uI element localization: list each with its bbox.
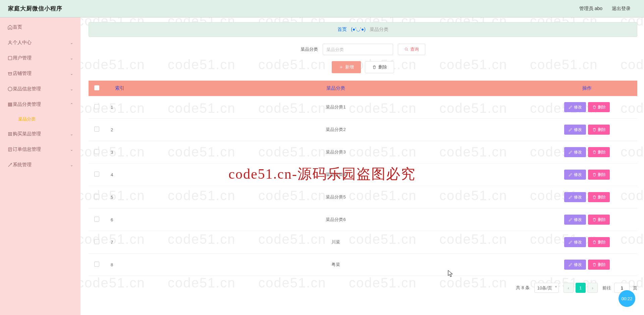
header-ops: 操作 xyxy=(537,81,637,96)
row-delete-button[interactable]: 删除 xyxy=(588,237,610,247)
header-index: 索引 xyxy=(105,81,135,96)
chevron-up-icon: ⌃ xyxy=(70,102,73,107)
chevron-down-icon: ⌄ xyxy=(70,132,73,136)
sidebar-item-label: 用户管理 xyxy=(13,55,32,61)
search-button[interactable]: 查询 xyxy=(398,44,425,55)
pager-next[interactable]: › xyxy=(588,283,598,293)
table-row: 8粤菜修改删除 xyxy=(89,254,637,276)
row-name: 菜品分类1 xyxy=(135,96,537,119)
sidebar-item-orders[interactable]: 订单信息管理 ⌄ xyxy=(0,142,80,157)
trash-icon xyxy=(592,172,597,177)
sidebar-item-system[interactable]: 系统管理 ⌄ xyxy=(0,157,80,173)
row-ops: 修改删除 xyxy=(537,164,637,186)
sidebar-item-dishes[interactable]: 菜品信息管理 ⌄ xyxy=(0,81,80,97)
breadcrumb-current: 菜品分类 xyxy=(370,27,388,32)
trash-icon xyxy=(372,65,377,70)
pager-page-1[interactable]: 1 xyxy=(576,283,586,293)
row-checkbox[interactable] xyxy=(94,127,99,132)
chevron-down-icon: ⌄ xyxy=(70,163,73,167)
filter-input[interactable] xyxy=(323,44,393,55)
row-checkbox[interactable] xyxy=(94,172,99,177)
trash-icon xyxy=(592,105,597,109)
pager-total: 共 8 条 xyxy=(516,285,529,291)
row-delete-button[interactable]: 删除 xyxy=(588,260,610,270)
row-ops: 修改删除 xyxy=(537,254,637,276)
breadcrumb: 首页 (●'◡'●) 菜品分类 xyxy=(89,22,637,37)
current-user[interactable]: 管理员 abo xyxy=(579,6,602,12)
header-checkbox xyxy=(89,81,105,96)
select-all-checkbox[interactable] xyxy=(94,85,99,90)
row-index: 1 xyxy=(105,96,135,119)
edit-button[interactable]: 修改 xyxy=(564,192,586,202)
row-delete-button[interactable]: 删除 xyxy=(588,125,610,135)
pager-goto: 前往 页 xyxy=(602,283,637,293)
svg-point-2 xyxy=(8,87,12,91)
breadcrumb-home[interactable]: 首页 xyxy=(337,27,347,32)
row-checkbox[interactable] xyxy=(94,217,99,222)
sidebar-item-home[interactable]: 首页 xyxy=(0,19,80,35)
sidebar-item-categories[interactable]: 菜品分类管理 ⌃ xyxy=(0,97,80,112)
row-ops: 修改删除 xyxy=(537,119,637,141)
table-row: 6菜品分类6修改删除 xyxy=(89,209,637,231)
table-row: 4菜品分类4修改删除 xyxy=(89,164,637,186)
edit-button[interactable]: 修改 xyxy=(564,125,586,135)
edit-button[interactable]: 修改 xyxy=(564,260,586,270)
trash-icon xyxy=(592,127,597,132)
add-button[interactable]: 新增 xyxy=(332,61,361,73)
edit-button[interactable]: 修改 xyxy=(564,215,586,225)
action-bar: 新增 删除 xyxy=(89,61,637,73)
breadcrumb-emoji: (●'◡'●) xyxy=(351,27,366,32)
row-delete-button[interactable]: 删除 xyxy=(588,102,610,112)
svg-rect-4 xyxy=(8,104,12,105)
row-checkbox[interactable] xyxy=(94,104,99,109)
pager-prev[interactable]: ‹ xyxy=(564,283,574,293)
edit-icon xyxy=(568,172,573,177)
row-delete-button[interactable]: 删除 xyxy=(588,192,610,202)
header-name: 菜品分类 xyxy=(135,81,537,96)
edit-button[interactable]: 修改 xyxy=(564,170,586,180)
row-index: 4 xyxy=(105,164,135,186)
edit-icon xyxy=(568,240,573,244)
row-ops: 修改删除 xyxy=(537,209,637,231)
edit-icon xyxy=(568,217,573,222)
row-index: 3 xyxy=(105,141,135,164)
table-row: 3菜品分类3修改删除 xyxy=(89,141,637,164)
row-checkbox[interactable] xyxy=(94,149,99,154)
sidebar-item-profile[interactable]: 个人中心 ⌄ xyxy=(0,35,80,50)
row-name: 菜品分类3 xyxy=(135,141,537,164)
page-size-select[interactable]: 10条/页 xyxy=(534,283,559,293)
sidebar-item-shops[interactable]: 店铺管理 ⌄ xyxy=(0,66,80,81)
svg-rect-1 xyxy=(8,56,12,60)
sidebar-item-label: 购买菜品管理 xyxy=(13,131,41,137)
row-delete-button[interactable]: 删除 xyxy=(588,147,610,157)
sidebar-item-users[interactable]: 用户管理 ⌄ xyxy=(0,50,80,66)
svg-point-0 xyxy=(9,41,11,43)
table-row: 7川菜修改删除 xyxy=(89,231,637,254)
sidebar-item-label: 订单信息管理 xyxy=(13,146,41,152)
svg-rect-9 xyxy=(10,134,11,135)
row-checkbox[interactable] xyxy=(94,262,99,267)
topbar: 家庭大厨微信小程序 管理员 abo 退出登录 xyxy=(0,0,644,17)
row-index: 2 xyxy=(105,119,135,141)
sidebar-item-purchase[interactable]: 购买菜品管理 ⌄ xyxy=(0,126,80,142)
sidebar-item-label: 店铺管理 xyxy=(13,71,32,77)
edit-button[interactable]: 修改 xyxy=(564,237,586,247)
sidebar-subitem-category[interactable]: 菜品分类 xyxy=(0,112,80,126)
delete-button[interactable]: 删除 xyxy=(365,61,394,73)
row-name: 菜品分类4 xyxy=(135,164,537,186)
order-icon xyxy=(7,147,13,152)
edit-button[interactable]: 修改 xyxy=(564,147,586,157)
row-delete-button[interactable]: 删除 xyxy=(588,170,610,180)
logout-link[interactable]: 退出登录 xyxy=(612,6,631,12)
svg-rect-6 xyxy=(8,132,9,133)
edit-button[interactable]: 修改 xyxy=(564,102,586,112)
filter-bar: 菜品分类 查询 xyxy=(89,44,637,55)
row-ops: 修改删除 xyxy=(537,231,637,254)
trash-icon xyxy=(592,150,597,154)
row-checkbox[interactable] xyxy=(94,194,99,199)
row-checkbox[interactable] xyxy=(94,239,99,244)
home-icon xyxy=(7,25,13,30)
shop-icon xyxy=(7,71,13,76)
row-delete-button[interactable]: 删除 xyxy=(588,215,610,225)
svg-rect-8 xyxy=(8,134,9,135)
